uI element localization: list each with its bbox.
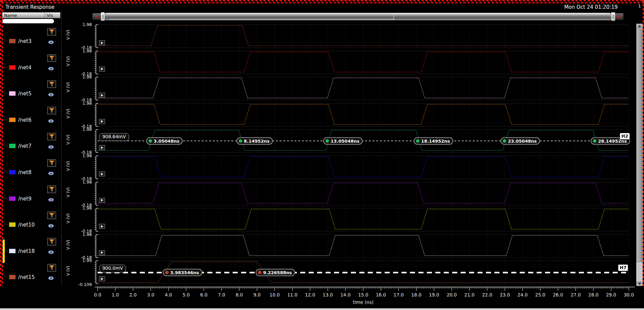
strip-play-button[interactable] (99, 224, 105, 229)
net-color-swatch[interactable] (9, 91, 16, 96)
visibility-toggle[interactable] (48, 118, 54, 122)
net-color-swatch[interactable] (9, 222, 16, 227)
filter-button[interactable] (47, 28, 56, 35)
filter-input[interactable] (2, 19, 54, 23)
net-row[interactable]: /net8 (0, 159, 61, 185)
slider-right-handle[interactable] (611, 12, 615, 21)
marker-point[interactable]: 3.05048ns (146, 137, 183, 145)
net-name[interactable]: /net10 (18, 222, 35, 228)
marker-point[interactable]: 8.14952ns (236, 137, 273, 145)
scroll-down-button[interactable] (636, 281, 643, 286)
marker-layer: 900.0mV3.983546ns9.226588nsH7 (64, 260, 636, 286)
net-name[interactable]: /net15 (18, 274, 35, 280)
visibility-toggle[interactable] (48, 92, 54, 96)
marker-level-label[interactable]: 900.0mV (99, 265, 126, 272)
net-name[interactable]: /net18 (18, 248, 35, 254)
net-row[interactable]: /net6 (0, 106, 61, 133)
marker-badge[interactable]: H2 (620, 133, 630, 140)
horizontal-zoom-slider[interactable] (93, 12, 623, 21)
net-name[interactable]: /net6 (18, 117, 31, 123)
svg-text:29.0: 29.0 (606, 292, 616, 297)
net-color-swatch[interactable] (9, 118, 16, 122)
svg-text:6.0: 6.0 (200, 292, 207, 297)
strip-plot (64, 102, 636, 129)
svg-text:10.0: 10.0 (269, 292, 280, 297)
marker-badge[interactable]: H7 (618, 264, 628, 271)
filter-button[interactable] (47, 238, 56, 245)
visibility-toggle[interactable] (48, 170, 54, 174)
net-row[interactable]: /net5 (0, 80, 61, 106)
strip-play-button[interactable] (99, 93, 105, 98)
filter-button[interactable] (47, 107, 56, 114)
waveform-strip: V (V)1.98-0.18 (64, 24, 636, 50)
strip-play-button[interactable] (99, 198, 105, 203)
net-color-swatch[interactable] (9, 144, 16, 148)
net-name[interactable]: /net7 (18, 143, 31, 149)
tree-branch (5, 64, 8, 68)
filter-button[interactable] (47, 186, 56, 193)
eye-icon (48, 171, 54, 175)
strip-play-button[interactable] (99, 119, 105, 124)
vertical-scrollbar-thumb[interactable] (637, 29, 642, 262)
net-color-swatch[interactable] (9, 196, 16, 201)
marker-point[interactable]: 9.226588ns (256, 269, 295, 276)
filter-button[interactable] (47, 133, 56, 140)
visibility-toggle[interactable] (48, 223, 54, 227)
net-row[interactable]: /net4 (0, 54, 61, 80)
strip-play-button[interactable] (99, 67, 105, 72)
waveform-strip: V (V)1.98-0.18 (64, 181, 636, 208)
strip-play-button[interactable] (99, 171, 105, 176)
svg-text:3.0: 3.0 (147, 292, 154, 297)
net-color-swatch[interactable] (9, 39, 16, 43)
visibility-toggle[interactable] (48, 275, 54, 279)
strip-play-button[interactable] (99, 40, 105, 45)
net-row[interactable]: /net3 (0, 28, 61, 54)
net-row[interactable]: /net18 (0, 238, 61, 264)
marker-dot-icon (239, 139, 242, 143)
column-header-name[interactable]: Name (2, 12, 45, 18)
filter-button[interactable] (47, 159, 56, 167)
net-name[interactable]: /net8 (18, 169, 31, 175)
visibility-toggle[interactable] (48, 249, 54, 253)
visibility-toggle[interactable] (48, 197, 54, 201)
waveform-strip: V (V)1.98-0.18 (64, 76, 636, 102)
strip-play-button[interactable] (99, 250, 105, 255)
marker-level-label[interactable]: 908.64mV (99, 133, 129, 141)
column-header-vis[interactable]: Vis (45, 12, 60, 18)
net-name[interactable]: /net4 (18, 65, 31, 71)
net-name[interactable]: /net3 (18, 38, 31, 44)
scroll-right-button[interactable] (615, 13, 623, 20)
filter-button[interactable] (47, 54, 56, 62)
net-color-swatch[interactable] (9, 275, 16, 279)
visibility-toggle[interactable] (48, 66, 54, 70)
svg-text:16.0: 16.0 (376, 292, 386, 297)
scroll-up-button[interactable] (636, 24, 643, 28)
net-row[interactable]: /net7 (0, 133, 61, 159)
slider-track[interactable] (105, 13, 611, 20)
filter-button[interactable] (47, 212, 56, 219)
net-name[interactable]: /net9 (18, 196, 31, 202)
visibility-toggle[interactable] (48, 144, 54, 148)
marker-point[interactable]: 13.05048ns (323, 137, 363, 145)
net-color-swatch[interactable] (9, 170, 16, 174)
scroll-left-button[interactable] (93, 13, 101, 20)
svg-text:9.0: 9.0 (253, 292, 260, 297)
funnel-icon (48, 134, 55, 139)
marker-point[interactable]: 18.14952ns (414, 137, 453, 145)
filter-button[interactable] (47, 80, 56, 88)
vertical-scrollbar[interactable] (636, 24, 643, 286)
svg-text:2.0: 2.0 (129, 292, 136, 297)
marker-point[interactable]: 23.05048ns (500, 137, 540, 145)
net-name[interactable]: /net5 (18, 91, 31, 97)
filter-button[interactable] (47, 264, 56, 271)
marker-point[interactable]: 3.983546ns (163, 269, 202, 276)
play-icon (101, 120, 103, 123)
net-color-swatch[interactable] (9, 65, 16, 70)
slider-left-handle[interactable] (101, 12, 105, 21)
net-row[interactable]: /net9 (0, 185, 61, 212)
net-color-swatch[interactable] (9, 249, 16, 253)
visibility-toggle[interactable] (48, 39, 54, 43)
marker-point-label: 9.226588ns (263, 270, 292, 275)
funnel-icon (48, 212, 55, 218)
net-row[interactable]: /net10 (0, 211, 61, 238)
